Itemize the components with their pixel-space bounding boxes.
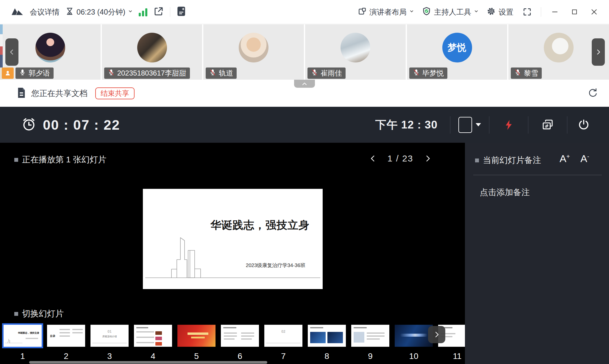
thumbnail-item: 目录 2 bbox=[47, 323, 85, 361]
mic-muted-icon bbox=[413, 69, 420, 78]
thumbnail-number: 9 bbox=[368, 352, 373, 361]
slide-thumbnail-5[interactable] bbox=[177, 325, 216, 347]
thumbnails-scroll-right-button[interactable] bbox=[428, 326, 445, 343]
slide-notes-panel: 当前幻灯片备注 A+ A- 点击添加备注 bbox=[465, 143, 609, 364]
participant-name: 崔雨佳 bbox=[321, 68, 342, 78]
strip-scroll-right-button[interactable] bbox=[592, 38, 605, 66]
presenter-badge bbox=[2, 68, 14, 79]
slide-thumbnail-6[interactable] bbox=[221, 325, 259, 347]
thumbnail-item: 01 庆祝活动介绍 3 bbox=[90, 323, 129, 361]
meeting-window: 会议详情 06:23 (40分钟) bbox=[0, 0, 609, 364]
mic-muted-icon bbox=[108, 69, 115, 78]
thumbnail-item: 4 bbox=[134, 323, 172, 361]
slide-thumbnail-9[interactable] bbox=[351, 325, 389, 347]
thumbnail-item: 02 7 bbox=[264, 323, 302, 361]
slide-title: 华诞践志，强技立身 bbox=[210, 218, 310, 233]
avatar bbox=[341, 33, 370, 62]
switch-slides-text: 切换幻灯片 bbox=[22, 308, 64, 319]
notes-title-text: 当前幻灯片备注 bbox=[483, 155, 541, 166]
collapse-strip-button[interactable] bbox=[294, 80, 315, 88]
thumbnail-item: 5 bbox=[177, 323, 216, 361]
share-screen-button[interactable] bbox=[153, 6, 164, 18]
playing-status: 正在播放第 1 张幻灯片 bbox=[14, 154, 106, 165]
minimize-button[interactable] bbox=[549, 6, 561, 18]
participant-name: 轨道 bbox=[219, 68, 233, 78]
slide-subtitle: 2023级康复治疗学34-36班 bbox=[246, 262, 305, 269]
pen-color-selector[interactable] bbox=[450, 117, 489, 133]
participant-name-tag: 黎雪 bbox=[511, 68, 542, 79]
share-status-text: 您正在共享文档 bbox=[31, 88, 88, 99]
layout-icon bbox=[358, 7, 367, 17]
thumbnail-item: 10 bbox=[395, 323, 433, 361]
meeting-timer[interactable]: 06:23 (40分钟) bbox=[65, 7, 133, 17]
mic-muted-icon bbox=[311, 69, 318, 78]
slide-thumbnail-8[interactable] bbox=[308, 325, 346, 347]
thumbnail-item: 6 bbox=[221, 323, 259, 361]
meeting-details-link[interactable]: 会议详情 bbox=[30, 7, 60, 17]
thumbnails-scrollbar[interactable] bbox=[29, 361, 267, 364]
participant-tile[interactable]: 轨道 bbox=[203, 24, 304, 80]
notes-title: 当前幻灯片备注 bbox=[475, 155, 541, 166]
notes-divider bbox=[473, 175, 602, 175]
network-signal-icon[interactable] bbox=[139, 7, 147, 16]
slide-thumbnail-3[interactable]: 01 庆祝活动介绍 bbox=[90, 325, 129, 347]
slide-thumbnail-7[interactable]: 02 bbox=[264, 325, 302, 347]
timer-text: 06:23 (40分钟) bbox=[76, 7, 125, 17]
slide-page-nav: 1 / 23 bbox=[369, 153, 432, 164]
add-notes-placeholder[interactable]: 点击添加备注 bbox=[480, 187, 530, 198]
alarm-clock-icon bbox=[21, 117, 36, 133]
switch-screen-button[interactable] bbox=[528, 118, 567, 131]
next-slide-button[interactable] bbox=[424, 154, 432, 163]
switch-slides-label: 切换幻灯片 bbox=[14, 308, 64, 319]
titlebar: 会议详情 06:23 (40分钟) bbox=[0, 0, 609, 24]
host-tools-menu[interactable]: 主持人工具 bbox=[422, 7, 479, 17]
participant-name: 202351803617李甜甜 bbox=[117, 68, 186, 78]
refresh-icon[interactable] bbox=[587, 87, 599, 99]
elapsed-time: 00 : 07 : 22 bbox=[43, 117, 120, 133]
font-decrease-button[interactable]: A- bbox=[580, 153, 589, 164]
participant-name-tag: 202351803617李甜甜 bbox=[104, 68, 190, 79]
pen-swatch bbox=[458, 117, 472, 133]
presentation-control-bar: 00 : 07 : 22 下午 12 : 30 bbox=[0, 107, 609, 143]
chevron-down-icon bbox=[474, 9, 479, 15]
slide-thumbnail-4[interactable] bbox=[134, 325, 172, 347]
previous-slide-button[interactable] bbox=[369, 154, 377, 163]
thumbnail-item: 8 bbox=[308, 323, 346, 361]
avatar-initials: 梦悦 bbox=[448, 41, 467, 54]
laser-pointer-button[interactable] bbox=[489, 118, 528, 132]
settings-label: 设置 bbox=[499, 7, 513, 17]
thumbnail-item: 华诞践志，强技立身 1 bbox=[4, 323, 42, 361]
playing-status-text: 正在播放第 1 张幻灯片 bbox=[22, 154, 106, 165]
slide-thumbnail-1[interactable]: 华诞践志，强技立身 bbox=[4, 325, 42, 347]
shield-check-icon bbox=[422, 7, 431, 17]
layout-selector[interactable]: 演讲者布局 bbox=[358, 7, 414, 17]
end-share-button[interactable]: 结束共享 bbox=[95, 87, 135, 99]
square-bullet-icon bbox=[475, 159, 479, 162]
strip-scroll-left-button[interactable] bbox=[5, 38, 18, 66]
mic-muted-icon bbox=[209, 69, 216, 78]
participant-tile[interactable]: 202351803617李甜甜 bbox=[102, 24, 202, 80]
end-presentation-power-button[interactable] bbox=[567, 118, 600, 131]
settings-button[interactable]: 设置 bbox=[486, 7, 513, 17]
avatar bbox=[239, 33, 268, 62]
main-area: 正在播放第 1 张幻灯片 1 / 23 bbox=[0, 143, 609, 364]
close-button[interactable] bbox=[588, 6, 600, 18]
participant-name-tag: 崔雨佳 bbox=[307, 68, 346, 79]
thumbnail-number: 11 bbox=[453, 352, 461, 361]
participant-name: 毕梦悦 bbox=[422, 68, 444, 78]
thumbnail-number: 2 bbox=[64, 352, 68, 361]
slide-thumbnail-10[interactable] bbox=[395, 325, 433, 347]
font-increase-button[interactable]: A+ bbox=[560, 153, 570, 164]
mic-muted-icon bbox=[514, 69, 521, 78]
shared-doc-icon bbox=[16, 87, 26, 100]
fullscreen-button[interactable] bbox=[521, 6, 533, 18]
participant-tile[interactable]: 梦悦 毕梦悦 bbox=[407, 24, 508, 80]
participant-tile[interactable]: 崔雨佳 bbox=[305, 24, 406, 80]
doc-add-button[interactable] bbox=[176, 6, 186, 18]
participant-name: 黎雪 bbox=[524, 68, 538, 78]
skyline-drawing bbox=[143, 224, 323, 281]
thumbnail-number: 6 bbox=[238, 352, 242, 361]
maximize-button[interactable] bbox=[569, 6, 580, 18]
slide-thumbnail-2[interactable]: 目录 bbox=[47, 325, 85, 347]
layout-label: 演讲者布局 bbox=[369, 7, 407, 17]
